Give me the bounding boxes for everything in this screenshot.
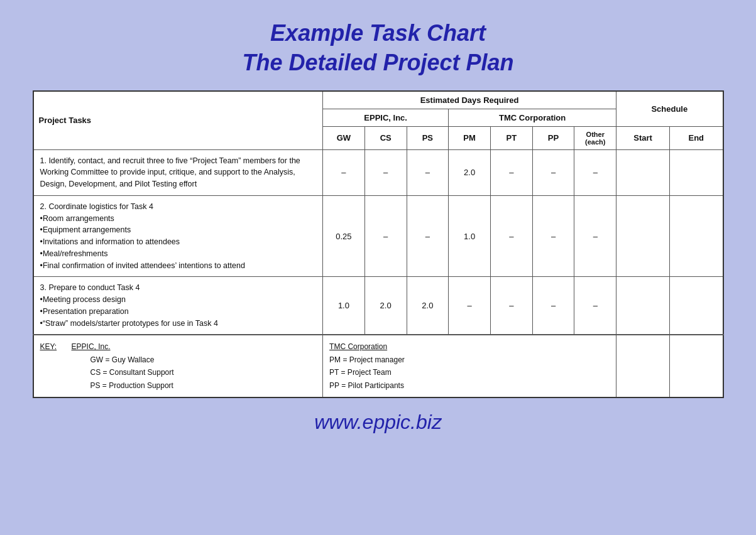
cell-end-0 [670, 149, 723, 195]
cell-pp-0: – [532, 149, 574, 195]
cell-end-2 [670, 277, 723, 335]
tmc-group-header: TMC Corporation [449, 109, 616, 126]
project-tasks-header: Project Tasks [33, 91, 323, 150]
key-tasks-cell: KEY: EPPIC, Inc. GW = Guy Wallace CS = C… [33, 335, 323, 397]
task-cell-2: 3. Prepare to conduct Task 4•Meeting pro… [33, 277, 323, 335]
website-label: www.eppic.biz [314, 411, 442, 434]
key-start-cell [616, 335, 670, 397]
cell-start-1 [616, 195, 670, 277]
estimated-days-header: Estimated Days Required [323, 91, 616, 109]
cell-gw-2: 1.0 [323, 277, 365, 335]
cell-other-1: – [574, 195, 616, 277]
key-row: KEY: EPPIC, Inc. GW = Guy Wallace CS = C… [33, 335, 723, 397]
cell-ps-2: 2.0 [407, 277, 449, 335]
task-cell-0: 1. Identify, contact, and recruit three … [33, 149, 323, 195]
cell-start-0 [616, 149, 670, 195]
col-cs-header: CS [364, 126, 407, 149]
eppic-group-header: EPPIC, Inc. [323, 109, 449, 126]
cell-cs-1: – [364, 195, 407, 277]
cell-gw-1: 0.25 [323, 195, 365, 277]
key-tmc-cell: TMC Corporation PM = Project manager PT … [323, 335, 616, 397]
key-end-cell [670, 335, 723, 397]
cell-end-1 [670, 195, 723, 277]
page-title: Example Task Chart The Detailed Project … [242, 19, 513, 78]
task-cell-1: 2. Coordinate logistics for Task 4•Room … [33, 195, 323, 277]
cell-pp-1: – [532, 195, 574, 277]
cell-ps-0: – [407, 149, 449, 195]
cell-ps-1: – [407, 195, 449, 277]
cell-pm-2: – [449, 277, 491, 335]
cell-cs-2: 2.0 [364, 277, 407, 335]
col-ps-header: PS [407, 126, 449, 149]
schedule-header: Schedule [616, 91, 723, 127]
col-pm-header: PM [449, 126, 491, 149]
cell-pt-1: – [490, 195, 532, 277]
cell-pt-2: – [490, 277, 532, 335]
cell-pm-0: 2.0 [449, 149, 491, 195]
col-end-header: End [670, 126, 723, 149]
table-wrapper: Project Tasks Estimated Days Required Sc… [33, 90, 724, 398]
col-gw-header: GW [323, 126, 365, 149]
cell-other-0: – [574, 149, 616, 195]
col-other-header: Other (each) [574, 126, 616, 149]
table-row: 1. Identify, contact, and recruit three … [33, 149, 723, 195]
table-row: 3. Prepare to conduct Task 4•Meeting pro… [33, 277, 723, 335]
task-chart-table: Project Tasks Estimated Days Required Sc… [33, 90, 724, 398]
col-pp-header: PP [532, 126, 574, 149]
table-row: 2. Coordinate logistics for Task 4•Room … [33, 195, 723, 277]
cell-pt-0: – [490, 149, 532, 195]
cell-pm-1: 1.0 [449, 195, 491, 277]
cell-start-2 [616, 277, 670, 335]
cell-gw-0: – [323, 149, 365, 195]
cell-pp-2: – [532, 277, 574, 335]
cell-other-2: – [574, 277, 616, 335]
col-pt-header: PT [490, 126, 532, 149]
cell-cs-0: – [364, 149, 407, 195]
col-start-header: Start [616, 126, 670, 149]
